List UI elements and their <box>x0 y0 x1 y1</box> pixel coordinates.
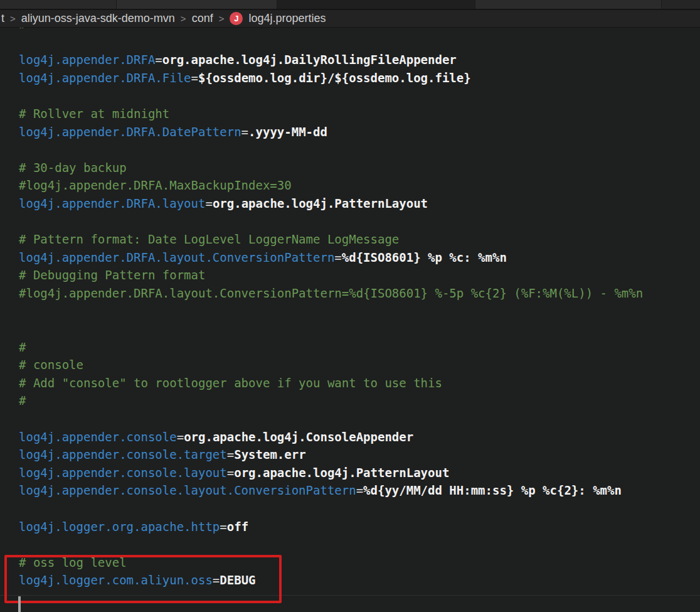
code-line[interactable] <box>19 141 700 159</box>
breadcrumb: t > aliyun-oss-java-sdk-demo-mvn > conf … <box>0 10 700 28</box>
comment-token: #log4j.appender.DRFA.layout.ConversionPa… <box>19 286 643 300</box>
tab-segment-1[interactable] <box>0 0 117 9</box>
property-value-token: .yyyy-MM-dd <box>248 125 327 139</box>
comment-token: # console <box>19 358 83 372</box>
equals-token: = <box>334 250 341 264</box>
equals-token: = <box>241 125 248 139</box>
chevron-right-icon: > <box>219 13 225 24</box>
text-cursor <box>18 596 21 612</box>
chevron-right-icon: > <box>10 13 16 24</box>
property-value-token: org.apache.log4j.ConsoleAppender <box>184 430 413 444</box>
code-line[interactable]: log4j.appender.DRFA=org.apache.log4j.Dai… <box>19 51 700 69</box>
tab-segment-2[interactable] <box>117 0 277 9</box>
code-lines: # log4j.appender.DRFA=org.apache.log4j.D… <box>0 28 700 608</box>
comment-token: # Rollver at midnight <box>19 107 169 121</box>
chevron-right-icon: > <box>181 13 186 24</box>
property-key-token: log4j.appender.console <box>19 430 177 444</box>
code-line[interactable]: # Add "console" to rootlogger above if y… <box>19 374 700 392</box>
breadcrumb-item-folder[interactable]: conf <box>192 12 213 25</box>
code-line[interactable]: log4j.appender.DRFA.DatePattern=.yyyy-MM… <box>19 123 700 141</box>
equals-token: = <box>205 196 212 210</box>
comment-token: # Debugging Pattern format <box>19 268 205 282</box>
comment-token: #log4j.appender.DRFA.MaxBackupIndex=30 <box>19 178 292 192</box>
property-key-token: log4j.appender.console.target <box>19 448 227 461</box>
property-key-token: log4j.appender.console.layout <box>19 466 227 480</box>
code-line[interactable]: # <box>19 28 700 33</box>
code-line[interactable] <box>19 500 700 518</box>
highlight-annotation-box <box>4 555 282 603</box>
code-line[interactable] <box>19 410 700 428</box>
code-line[interactable]: log4j.appender.console.layout=org.apache… <box>19 464 700 482</box>
equals-token: = <box>356 483 363 497</box>
tab-segment-5[interactable] <box>662 0 698 9</box>
equals-token: = <box>177 430 184 444</box>
property-key-token: log4j.appender.DRFA.layout.ConversionPat… <box>19 250 334 264</box>
code-line[interactable]: # <box>19 338 700 357</box>
code-line[interactable]: log4j.appender.console.target=System.err <box>19 446 700 464</box>
code-line[interactable]: log4j.appender.DRFA.File=${ossdemo.log.d… <box>19 69 700 87</box>
property-key-token: log4j.logger.org.apache.http <box>19 520 220 534</box>
code-line[interactable] <box>19 303 700 321</box>
code-line[interactable] <box>19 320 700 338</box>
property-key-token: log4j.appender.console.layout.Conversion… <box>19 483 356 497</box>
code-line[interactable]: #log4j.appender.DRFA.layout.ConversionPa… <box>19 284 700 303</box>
property-value-token: System.err <box>234 448 305 461</box>
code-line[interactable]: # Pattern format: Date LogLevel LoggerNa… <box>19 230 700 249</box>
comment-token: # Add "console" to rootlogger above if y… <box>19 376 442 390</box>
breadcrumb-item-project[interactable]: aliyun-oss-java-sdk-demo-mvn <box>21 12 175 25</box>
properties-file-icon: J <box>230 12 243 25</box>
property-value-token: %d{ISO8601} %p %c: %m%n <box>342 250 507 264</box>
code-line[interactable]: log4j.appender.DRFA.layout.ConversionPat… <box>19 249 700 267</box>
property-value-token: ${ossdemo.log.dir}/${ossdemo.log.file} <box>198 71 471 85</box>
code-line[interactable] <box>19 213 700 231</box>
code-line[interactable] <box>19 87 700 105</box>
code-line[interactable]: # console <box>19 356 700 374</box>
property-key-token: log4j.appender.DRFA.DatePattern <box>19 125 241 139</box>
code-line[interactable]: log4j.appender.console.layout.Conversion… <box>19 481 700 500</box>
code-line[interactable]: #log4j.appender.DRFA.MaxBackupIndex=30 <box>19 176 700 195</box>
equals-token: = <box>227 466 234 480</box>
equals-token: = <box>155 53 162 67</box>
vscode-window: t > aliyun-oss-java-sdk-demo-mvn > conf … <box>0 0 700 612</box>
code-line[interactable]: log4j.logger.org.apache.http=off <box>19 518 700 536</box>
code-line[interactable]: # Debugging Pattern format <box>19 266 700 284</box>
comment-token: # 30-day backup <box>19 161 127 174</box>
code-line[interactable] <box>19 33 700 51</box>
code-line[interactable]: log4j.appender.DRFA.layout=org.apache.lo… <box>19 195 700 213</box>
editor-tab-bar <box>0 0 700 10</box>
code-editor[interactable]: # log4j.appender.DRFA=org.apache.log4j.D… <box>0 28 700 612</box>
property-value-token: org.apache.log4j.PatternLayout <box>213 196 428 210</box>
property-value-token: org.apache.log4j.DailyRollingFileAppende… <box>162 53 457 67</box>
breadcrumb-item-root[interactable]: t <box>1 12 4 25</box>
property-value-token: off <box>227 520 248 534</box>
code-line[interactable]: # 30-day backup <box>19 159 700 177</box>
comment-token: # <box>19 340 26 354</box>
equals-token: = <box>191 71 198 85</box>
breadcrumb-item-file[interactable]: log4j.properties <box>248 12 326 25</box>
tab-segment-4[interactable] <box>475 0 662 9</box>
comment-token: # <box>19 28 26 31</box>
comment-token: # <box>19 394 26 407</box>
code-line[interactable]: log4j.appender.console=org.apache.log4j.… <box>19 428 700 446</box>
property-key-token: log4j.appender.DRFA <box>19 53 155 67</box>
property-key-token: log4j.appender.DRFA.File <box>19 71 191 85</box>
property-value-token: %d{yy/MM/dd HH:mm:ss} %p %c{2}: %m%n <box>363 483 622 497</box>
property-key-token: log4j.appender.DRFA.layout <box>19 196 205 210</box>
code-line[interactable]: # <box>19 392 700 410</box>
code-line[interactable] <box>19 535 700 554</box>
code-line[interactable]: # Rollver at midnight <box>19 105 700 123</box>
equals-token: = <box>220 520 226 534</box>
tab-segment-active[interactable] <box>277 0 475 9</box>
equals-token: = <box>227 448 234 461</box>
comment-token: # Pattern format: Date LogLevel LoggerNa… <box>19 232 399 246</box>
property-value-token: org.apache.log4j.PatternLayout <box>234 466 449 480</box>
